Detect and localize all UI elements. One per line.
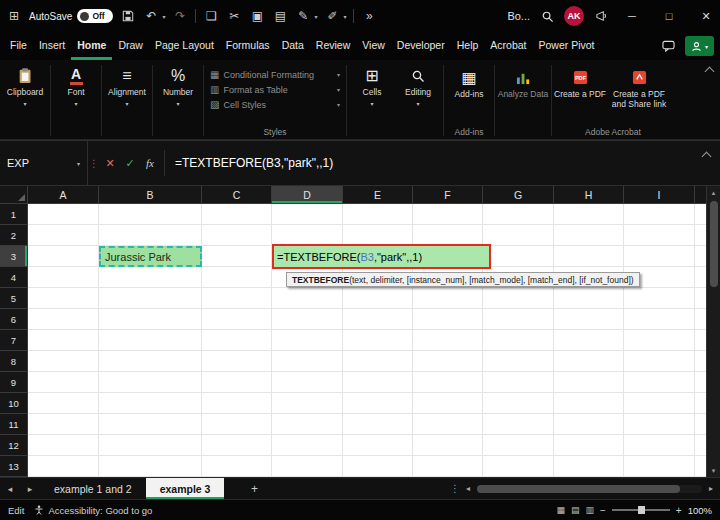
cell-G2[interactable] — [483, 225, 554, 246]
tab-insert[interactable]: Insert — [33, 32, 71, 60]
row-header-6[interactable]: 6 — [0, 309, 28, 330]
cell-A8[interactable] — [28, 351, 99, 372]
hscroll-right-icon[interactable]: ▸ — [705, 484, 717, 493]
cell-C5[interactable] — [202, 288, 272, 309]
cell-G12[interactable] — [483, 435, 554, 456]
row-header-13[interactable]: 13 — [0, 456, 28, 477]
cell-b3-highlight[interactable]: Jurassic Park — [99, 246, 202, 267]
cell-C6[interactable] — [202, 309, 272, 330]
share-button[interactable]: ▾ — [685, 36, 714, 56]
cell-F8[interactable] — [413, 351, 483, 372]
number-button[interactable]: % Number ▾ — [155, 62, 201, 122]
cell-H6[interactable] — [554, 309, 624, 330]
format-as-table-button[interactable]: ▥ Format as Table ▾ — [210, 84, 340, 95]
maximize-button[interactable]: □ — [655, 0, 683, 32]
cell-H7[interactable] — [554, 330, 624, 351]
account-avatar[interactable]: AK — [564, 6, 584, 26]
sheetbar-options-icon[interactable]: ⋮ — [448, 478, 462, 499]
row-header-11[interactable]: 11 — [0, 414, 28, 435]
cell-E7[interactable] — [343, 330, 413, 351]
cell-A12[interactable] — [28, 435, 99, 456]
highlighter-chevron-icon[interactable]: ▾ — [343, 13, 346, 20]
cell-D8[interactable] — [272, 351, 343, 372]
formula-bar-grip-icon[interactable]: ⋮ — [88, 158, 100, 169]
column-header-H[interactable]: H — [554, 186, 624, 204]
row-header-3[interactable]: 3 — [0, 246, 28, 267]
cell-F5[interactable] — [413, 288, 483, 309]
cell-H3[interactable] — [554, 246, 624, 267]
cell-B12[interactable] — [99, 435, 202, 456]
cell-D10[interactable] — [272, 393, 343, 414]
column-header-D[interactable]: D — [272, 186, 343, 204]
cell-H10[interactable] — [554, 393, 624, 414]
normal-view-icon[interactable]: ▦ — [556, 505, 565, 515]
cell-C11[interactable] — [202, 414, 272, 435]
cell-D5[interactable] — [272, 288, 343, 309]
cells-button[interactable]: ⊞ Cells ▾ — [349, 62, 395, 122]
cell-B8[interactable] — [99, 351, 202, 372]
column-header-A[interactable]: A — [28, 186, 99, 204]
cell-D2[interactable] — [272, 225, 343, 246]
scroll-down-icon[interactable]: ▾ — [712, 464, 716, 477]
cancel-entry-icon[interactable]: ✕ — [100, 157, 120, 170]
cell-H5[interactable] — [554, 288, 624, 309]
row-header-2[interactable]: 2 — [0, 225, 28, 246]
page-layout-view-icon[interactable]: ▤ — [571, 505, 580, 515]
tab-review[interactable]: Review — [310, 32, 356, 60]
vertical-scrollbar[interactable]: ▴ ▾ — [706, 186, 720, 477]
cell-G1[interactable] — [483, 204, 554, 225]
cell-F7[interactable] — [413, 330, 483, 351]
cell-D7[interactable] — [272, 330, 343, 351]
cell-A3[interactable] — [28, 246, 99, 267]
cell-C7[interactable] — [202, 330, 272, 351]
paste-icon[interactable]: ▤ — [272, 9, 288, 23]
cell-C8[interactable] — [202, 351, 272, 372]
cell-H2[interactable] — [554, 225, 624, 246]
cell-C2[interactable] — [202, 225, 272, 246]
cell-B10[interactable] — [99, 393, 202, 414]
cell-d3-editing[interactable]: =TEXTBEFORE(B3,"park",,1) — [274, 246, 489, 267]
cell-A2[interactable] — [28, 225, 99, 246]
vertical-scrollbar-thumb[interactable] — [710, 201, 718, 287]
cell-C4[interactable] — [202, 267, 272, 288]
cell-H11[interactable] — [554, 414, 624, 435]
pen-chevron-icon[interactable]: ▾ — [314, 13, 317, 20]
cell-C13[interactable] — [202, 456, 272, 477]
cell-C1[interactable] — [202, 204, 272, 225]
overflow-chevron-icon[interactable]: » — [361, 9, 377, 23]
tab-developer[interactable]: Developer — [391, 32, 451, 60]
tab-file[interactable]: File — [4, 32, 33, 60]
zoom-in-icon[interactable]: + — [676, 505, 682, 516]
cell-A11[interactable] — [28, 414, 99, 435]
cell-H13[interactable] — [554, 456, 624, 477]
name-box[interactable]: EXP ▾ — [0, 141, 88, 185]
minimize-button[interactable]: ─ — [618, 0, 646, 32]
cell-E6[interactable] — [343, 309, 413, 330]
cell-G8[interactable] — [483, 351, 554, 372]
analyze-data-button[interactable]: Analyze Data — [497, 62, 549, 122]
cell-D12[interactable] — [272, 435, 343, 456]
picture-icon[interactable]: ▣ — [249, 9, 265, 23]
cell-G5[interactable] — [483, 288, 554, 309]
hscroll-left-icon[interactable]: ◂ — [462, 484, 474, 493]
cell-C9[interactable] — [202, 372, 272, 393]
copy-icon[interactable]: ❏ — [203, 9, 219, 23]
formula-input[interactable]: =TEXTBEFORE(B3,"park",,1) — [169, 156, 703, 170]
tab-help[interactable]: Help — [451, 32, 485, 60]
tab-page-layout[interactable]: Page Layout — [149, 32, 220, 60]
row-header-8[interactable]: 8 — [0, 351, 28, 372]
cell-B6[interactable] — [99, 309, 202, 330]
close-button[interactable]: ✕ — [692, 0, 720, 32]
column-header-G[interactable]: G — [483, 186, 554, 204]
cell-A10[interactable] — [28, 393, 99, 414]
horizontal-scrollbar-track[interactable] — [477, 485, 702, 493]
zoom-slider-thumb[interactable] — [638, 506, 645, 514]
cell-F6[interactable] — [413, 309, 483, 330]
cell-G9[interactable] — [483, 372, 554, 393]
cell-B4[interactable] — [99, 267, 202, 288]
excel-app-icon[interactable]: ⊞ — [6, 9, 22, 23]
insert-function-icon[interactable]: fx — [140, 157, 160, 169]
cell-A13[interactable] — [28, 456, 99, 477]
redo-icon[interactable]: ↷ — [172, 9, 188, 23]
cell-I3[interactable] — [624, 246, 695, 267]
